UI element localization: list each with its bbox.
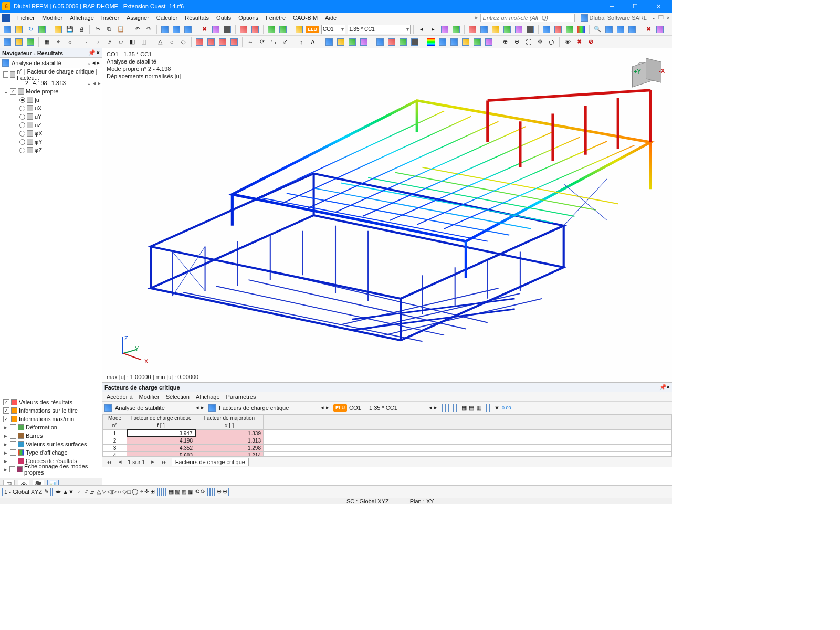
bb-36[interactable]: ⊖ — [223, 488, 227, 495]
pg-next[interactable]: ▸ — [149, 458, 157, 465]
sup-icon[interactable]: △ — [155, 37, 165, 47]
rp-tool-i[interactable] — [486, 405, 487, 411]
bb-6[interactable]: ⟋ — [76, 489, 82, 495]
ld1-icon[interactable] — [194, 37, 205, 47]
copy-icon[interactable]: ⧉ — [104, 24, 114, 35]
menu-edit[interactable]: Modifier — [38, 15, 66, 21]
keyword-search-input[interactable] — [480, 14, 575, 22]
rp-tool-b[interactable] — [445, 405, 446, 411]
sol-icon[interactable]: ◧ — [127, 37, 138, 47]
view-solid-icon[interactable] — [541, 24, 552, 35]
bb-21[interactable] — [159, 489, 160, 495]
bb-1[interactable]: ✎ — [44, 488, 49, 495]
bb-2[interactable] — [50, 489, 51, 495]
ld2-icon[interactable] — [206, 37, 216, 47]
bb-16[interactable]: ◯ — [132, 488, 138, 495]
bb-8[interactable]: ⫻ — [90, 489, 96, 495]
txt-icon[interactable]: A — [308, 37, 318, 47]
bb-18[interactable]: ✛ — [144, 488, 149, 495]
zoom-fit-icon[interactable]: ⛶ — [523, 37, 533, 47]
t2-c[interactable] — [25, 37, 36, 47]
maximize-button[interactable]: ☐ — [624, 0, 647, 13]
rp-menu-select[interactable]: Sélection — [166, 394, 190, 400]
redo-icon[interactable]: ↷ — [143, 24, 154, 35]
hin-icon[interactable]: ○ — [166, 37, 177, 47]
rp-dd2[interactable]: Facteurs de charge critique — [219, 405, 319, 411]
bb-35[interactable]: ⊕ — [217, 488, 222, 495]
pg-first[interactable]: ⏮ — [104, 459, 113, 465]
results-toggle-icon[interactable] — [294, 24, 304, 35]
table-row[interactable]: 24.1981.313 — [103, 437, 672, 444]
menu-view[interactable]: Affichage — [66, 15, 98, 21]
render2-icon[interactable] — [479, 24, 489, 35]
select-icon[interactable]: ⟐ — [65, 37, 75, 47]
radio-uz[interactable] — [19, 122, 25, 128]
bb-3[interactable] — [52, 489, 53, 495]
cancel-icon[interactable]: ⊘ — [585, 37, 596, 47]
paste-icon[interactable]: 📋 — [116, 24, 126, 35]
cb-valeurs[interactable] — [3, 399, 9, 405]
open-icon[interactable] — [53, 24, 64, 35]
rp-dd1[interactable]: Analyse de stabilité — [115, 405, 194, 411]
panel3-icon[interactable] — [183, 24, 193, 35]
snap-icon[interactable]: ⌖ — [53, 37, 64, 47]
rp-tool-e[interactable] — [456, 405, 457, 411]
bb-28[interactable]: ▩ — [187, 488, 193, 495]
menu-file[interactable]: Fichier — [14, 15, 38, 21]
pt-icon[interactable]: · — [81, 37, 91, 47]
rp-prev1[interactable]: ◂ — [196, 404, 199, 411]
iso3-icon[interactable] — [627, 24, 637, 35]
bb-19[interactable]: ⊞ — [150, 488, 155, 495]
navigator-mode-dropdown[interactable]: Analyse de stabilité ⌄◂▸ — [0, 58, 102, 68]
rp-prev3[interactable]: ◂ — [429, 404, 432, 411]
bb-12[interactable]: ▷ — [112, 488, 117, 495]
rp-close-icon[interactable]: × — [667, 384, 670, 390]
nav-close-icon[interactable]: × — [97, 49, 100, 56]
menu-assign[interactable]: Assigner — [123, 15, 153, 21]
rp-tool-d[interactable] — [453, 405, 454, 411]
cut-icon[interactable]: ✂ — [92, 24, 103, 35]
nav-next-icon[interactable]: ▸ — [428, 24, 438, 35]
undo-icon[interactable]: ↶ — [132, 24, 142, 35]
viewport-3d[interactable]: CO1 - 1.35 * CC1 Analyse de stabilité Mo… — [102, 48, 672, 382]
radio-phiz[interactable] — [19, 148, 25, 153]
pg-last[interactable]: ⏭ — [160, 459, 169, 465]
mdi-minimize-button[interactable]: - — [650, 15, 657, 21]
new-file-icon[interactable] — [2, 24, 13, 35]
bb-37[interactable] — [228, 489, 229, 495]
bb-5[interactable]: ▲▼ — [62, 489, 74, 495]
zoom-in-icon[interactable]: ⊕ — [500, 37, 510, 47]
settings-gear-icon[interactable] — [37, 24, 47, 35]
zoom-find-icon[interactable]: 🔍 — [592, 24, 603, 35]
new-block-icon[interactable] — [14, 24, 24, 35]
vis3-icon[interactable] — [347, 37, 358, 47]
bb-17[interactable]: ⌖ — [140, 488, 143, 495]
search-help-icon[interactable] — [579, 13, 590, 23]
bb-33[interactable] — [212, 489, 213, 495]
menu-calc[interactable]: Calculer — [153, 15, 181, 21]
bb-34[interactable] — [214, 489, 215, 495]
rp-pin-icon[interactable]: 📌 — [659, 384, 667, 390]
bb-22[interactable] — [161, 489, 162, 495]
pg-prev[interactable]: ◂ — [116, 458, 124, 465]
cb-echel[interactable] — [9, 466, 15, 472]
minimize-button[interactable]: ─ — [601, 0, 624, 13]
calc-all-icon[interactable] — [278, 24, 288, 35]
render3-icon[interactable] — [490, 24, 501, 35]
view-ghost-icon[interactable] — [564, 24, 575, 35]
bb-4[interactable]: ◂▸ — [55, 488, 61, 495]
nav-pin-icon[interactable]: 📌 — [88, 49, 96, 56]
ld3-icon[interactable] — [217, 37, 228, 47]
vis4-icon[interactable] — [359, 37, 369, 47]
vis2-icon[interactable] — [335, 37, 346, 47]
show-all-icon[interactable]: ✖ — [574, 37, 584, 47]
rp-tool-l[interactable]: 0.00 — [502, 405, 511, 411]
cm4-icon[interactable] — [460, 37, 471, 47]
orbit-icon[interactable]: ⭯ — [546, 37, 556, 47]
cc-dropdown[interactable]: 1.35 * CC1 — [348, 25, 411, 34]
rp-tool-c[interactable] — [448, 405, 449, 411]
bb-14[interactable]: ◇ — [122, 488, 127, 495]
tree-caret[interactable]: ⌄ — [3, 88, 8, 95]
mv-icon[interactable]: ↔ — [245, 37, 256, 47]
bb-26[interactable]: ▧ — [175, 488, 180, 495]
